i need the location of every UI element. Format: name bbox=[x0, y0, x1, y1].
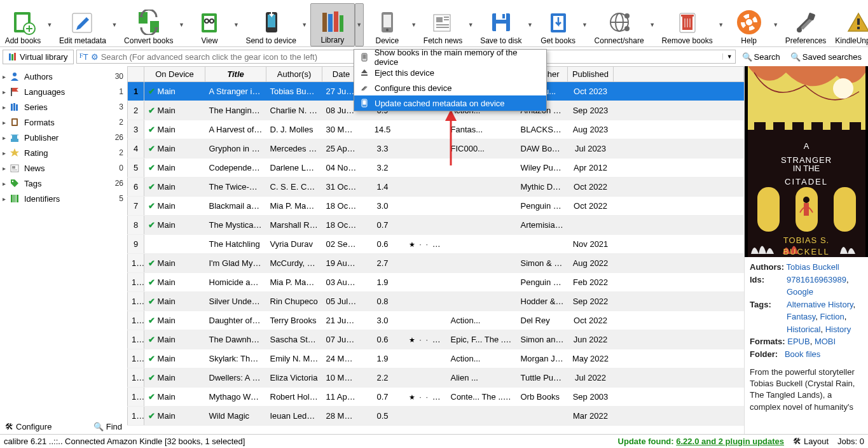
table-row[interactable]: 7✔ MainBlackmail and ...Mia P. Mana...18… bbox=[128, 197, 744, 216]
layout-label: Layout bbox=[804, 437, 829, 446]
sidebar-item-tags[interactable]: ▸Tags26 bbox=[0, 176, 127, 191]
device-button[interactable]: Device bbox=[365, 3, 410, 46]
kindleunpack-button[interactable]: KindleUnpack bbox=[831, 3, 868, 46]
preferences-button[interactable]: Preferences bbox=[782, 3, 830, 46]
find-button[interactable]: 🔍 Find bbox=[93, 422, 122, 431]
table-row[interactable]: 3✔ MainA Harvest of As...D. J. Molles30 … bbox=[128, 120, 744, 139]
format-link[interactable]: MOBI bbox=[815, 337, 836, 346]
context-menu-item[interactable]: Configure this device bbox=[354, 80, 546, 95]
library-dropdown[interactable]: ▼ bbox=[355, 3, 364, 46]
cell: Mythic Deli... bbox=[517, 178, 568, 197]
book-list[interactable]: On DeviceTitleAuthor(s)DateSize (MB)Rati… bbox=[127, 66, 744, 434]
font-icon[interactable]: FT bbox=[79, 52, 88, 62]
update-link[interactable]: 6.22.0 and 2 plugin updates bbox=[676, 437, 784, 446]
column-header[interactable]: Author(s) bbox=[266, 67, 322, 82]
sidebar-item-rating[interactable]: ▸Rating2 bbox=[0, 145, 127, 160]
table-row[interactable]: 17✔ MainMythago WoodRobert Holds...11 Ap… bbox=[128, 388, 744, 407]
table-row[interactable]: 8✔ MainThe Mystical M...Marshall Rya...1… bbox=[128, 216, 744, 235]
chevron-down-icon[interactable]: ▼ bbox=[722, 53, 733, 60]
layout-button[interactable]: 🛠Layout bbox=[793, 437, 829, 446]
add-books-dropdown[interactable]: ▼ bbox=[45, 3, 54, 46]
convert-books-button[interactable]: Convert books bbox=[120, 3, 177, 46]
view-button[interactable]: View bbox=[187, 3, 231, 46]
fetch-news-button[interactable]: Fetch news bbox=[420, 3, 466, 46]
table-row[interactable]: 15✔ MainSkylark: The Dr...Emily N. Mad..… bbox=[128, 349, 744, 368]
column-header[interactable]: Title bbox=[205, 67, 266, 82]
edit-metadata-dropdown[interactable]: ▼ bbox=[110, 3, 119, 46]
get-books-button[interactable]: Get books bbox=[536, 3, 581, 46]
remove-books-dropdown[interactable]: ▼ bbox=[717, 3, 726, 46]
table-row[interactable]: 18✔ MainWild MagicIeuan Ledger28 Mar 2..… bbox=[128, 407, 744, 426]
format-link[interactable]: EPUB bbox=[787, 337, 809, 346]
cell: 25 Apr 20... bbox=[322, 139, 361, 158]
cell: Sep 2003 bbox=[568, 388, 614, 407]
saved-searches-button[interactable]: 🔍 Saved searches bbox=[787, 50, 865, 64]
cell: ✔ Main bbox=[144, 197, 205, 216]
table-row[interactable]: 11✔ MainHomicide and ...Mia P. Mana...03… bbox=[128, 273, 744, 292]
tag-link[interactable]: History bbox=[825, 325, 851, 334]
column-header[interactable]: Published bbox=[568, 67, 614, 82]
remove-books-button[interactable]: Remove books bbox=[658, 3, 717, 46]
fetch-news-dropdown[interactable]: ▼ bbox=[466, 3, 475, 46]
toolbar-label: Edit metadata bbox=[59, 36, 106, 45]
table-row[interactable]: 12✔ MainSilver Under Ni...Rin Chupeco05 … bbox=[128, 292, 744, 311]
svg-rect-50 bbox=[11, 54, 13, 60]
authors-link[interactable]: Tobias Buckell bbox=[787, 262, 839, 272]
device-dropdown[interactable]: ▼ bbox=[410, 3, 418, 46]
svg-rect-74 bbox=[792, 122, 804, 135]
get-books-dropdown[interactable]: ▼ bbox=[581, 3, 589, 46]
cell bbox=[447, 158, 517, 178]
tag-link[interactable]: Fantasy bbox=[787, 312, 815, 321]
table-row[interactable]: 4✔ MainGryphon in Lig...Mercedes La...25… bbox=[128, 139, 744, 158]
context-menu-item[interactable]: Update cached metadata on device bbox=[354, 95, 546, 111]
sidebar-item-authors[interactable]: ▸Authors30 bbox=[0, 69, 127, 84]
device-icon bbox=[359, 52, 369, 62]
connect-share-button[interactable]: Connect/share bbox=[591, 3, 648, 46]
table-row[interactable]: 16✔ MainDwellers: A No...Eliza Victoria1… bbox=[128, 368, 744, 388]
save-to-disk-dropdown[interactable]: ▼ bbox=[526, 3, 535, 46]
edit-metadata-button[interactable]: Edit metadata bbox=[55, 3, 110, 46]
jobs-count[interactable]: Jobs: 0 bbox=[837, 437, 864, 446]
convert-books-dropdown[interactable]: ▼ bbox=[177, 3, 186, 46]
cover-image[interactable]: A STRANGER IN THE CITADEL TOBIAS S. BUCK… bbox=[745, 66, 868, 257]
context-menu-item[interactable]: Show books in the main memory of the dev… bbox=[354, 50, 546, 65]
cell: 28 Mar 2... bbox=[322, 407, 361, 426]
folder-link[interactable]: Book files bbox=[785, 349, 820, 359]
table-row[interactable]: 10✔ MainI'm Glad My M...McCurdy, Je...19… bbox=[128, 254, 744, 273]
table-row[interactable]: 13✔ MainDaughter of Da...Terry Brooks21 … bbox=[128, 311, 744, 330]
table-row[interactable]: 6✔ MainThe Twice-Dro...C. S. E. Cooney31… bbox=[128, 178, 744, 197]
share-icon bbox=[605, 8, 633, 36]
sidebar-item-series[interactable]: ▸Series3 bbox=[0, 99, 127, 115]
tag-link[interactable]: Fiction bbox=[820, 312, 844, 321]
send-to-device-button[interactable]: Send to device bbox=[242, 3, 300, 46]
chevron-right-icon: ▸ bbox=[3, 150, 9, 157]
cell: Sascha Stron... bbox=[266, 330, 322, 349]
help-button[interactable]: Help bbox=[727, 3, 771, 46]
virtual-library-button[interactable]: Virtual library bbox=[3, 50, 74, 64]
help-dropdown[interactable]: ▼ bbox=[771, 3, 780, 46]
table-row[interactable]: 5✔ MainCodependencyDarlene Lanc...04 Nov… bbox=[128, 158, 744, 178]
column-header[interactable]: On Device bbox=[144, 67, 205, 82]
table-row[interactable]: 14✔ MainThe DawnhoundsSascha Stron...07 … bbox=[128, 330, 744, 349]
id-google-link[interactable]: Google bbox=[787, 287, 813, 297]
library-button[interactable]: Library bbox=[310, 3, 355, 46]
sidebar-item-languages[interactable]: ▸Languages1 bbox=[0, 84, 127, 99]
table-row[interactable]: 9The HatchlingVyria Durav02 Sep 20...0.6… bbox=[128, 235, 744, 254]
tag-link[interactable]: Alternative History bbox=[787, 300, 853, 309]
add-books-button[interactable]: Add books bbox=[1, 3, 45, 46]
sidebar-item-identifiers[interactable]: ▸Identifiers5 bbox=[0, 191, 127, 206]
search-button[interactable]: 🔍 Search bbox=[738, 50, 784, 64]
configure-button[interactable]: 🛠 Configure bbox=[5, 422, 52, 431]
sidebar-item-news[interactable]: ▸News0 bbox=[0, 160, 127, 176]
id-link[interactable]: 9781616963989 bbox=[787, 275, 846, 284]
send-to-device-dropdown[interactable]: ▼ bbox=[300, 3, 309, 46]
sidebar-item-formats[interactable]: ▸Formats2 bbox=[0, 115, 127, 130]
sidebar-item-publisher[interactable]: ▸Publisher26 bbox=[0, 130, 127, 145]
column-header[interactable] bbox=[128, 67, 144, 82]
gear-icon[interactable]: ⚙ bbox=[91, 52, 99, 62]
save-to-disk-button[interactable]: Save to disk bbox=[476, 3, 525, 46]
context-menu-item[interactable]: Eject this device bbox=[354, 65, 546, 80]
tag-link[interactable]: Historical bbox=[787, 325, 820, 334]
view-dropdown[interactable]: ▼ bbox=[231, 3, 240, 46]
connect-share-dropdown[interactable]: ▼ bbox=[648, 3, 657, 46]
